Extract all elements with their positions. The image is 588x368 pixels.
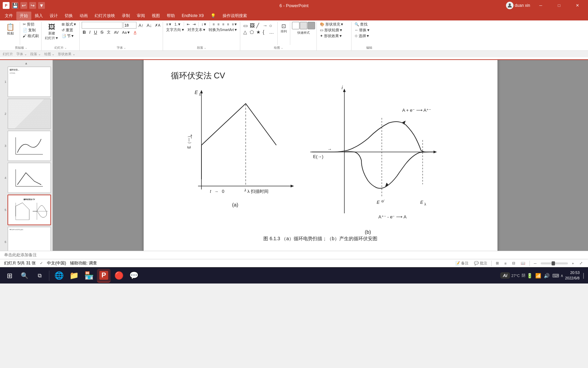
select-button[interactable]: ⊹ 选择▼ — [354, 33, 371, 39]
redo-btn[interactable]: ↪ — [29, 2, 36, 9]
minimize-button[interactable]: ─ — [533, 0, 549, 11]
notes-area[interactable]: 单击此处添加备注 — [0, 251, 588, 259]
scroll-up[interactable]: ▲ — [1, 61, 51, 65]
tray-expand-btn[interactable]: ∧ — [560, 273, 564, 278]
slide-thumb-3[interactable] — [7, 131, 51, 161]
section-button[interactable]: 📑 节▼ — [61, 33, 78, 39]
volume-icon[interactable]: 🔊 — [544, 273, 550, 278]
quick-styles-button[interactable]: 快速样式 — [292, 30, 315, 36]
shape-bracket[interactable]: { — [262, 29, 268, 35]
decrease-font-button[interactable]: A↓ — [146, 22, 153, 28]
style-1[interactable] — [292, 22, 299, 29]
network-icon[interactable]: 📶 — [535, 273, 541, 278]
increase-font-button[interactable]: A↑ — [137, 22, 145, 28]
zoom-handle[interactable] — [552, 261, 555, 265]
shape-oval[interactable]: ○ — [269, 22, 275, 29]
format-painter-button[interactable]: 🖌 格式刷 — [22, 33, 40, 39]
slide-thumb-4[interactable] — [7, 163, 51, 193]
strikethrough-button[interactable]: S — [99, 29, 104, 35]
explorer-button[interactable]: 📁 — [67, 269, 81, 282]
ai-button[interactable]: Ai — [500, 272, 510, 279]
font-name-input[interactable] — [82, 22, 122, 29]
app-chat-button[interactable]: 💬 — [127, 269, 141, 282]
increase-indent-button[interactable]: ⇥ — [192, 22, 197, 27]
menu-help[interactable]: 帮助 — [163, 12, 178, 20]
bullets-button[interactable]: ≡▼ — [165, 22, 173, 27]
search-taskbar-button[interactable]: 🔍 — [18, 269, 31, 282]
font-size-input[interactable] — [124, 22, 136, 29]
paste-button[interactable]: 📋 粘贴 — [3, 22, 18, 37]
shape-fill-button[interactable]: 🎨 形状填充▼ — [319, 22, 345, 27]
smartart-button[interactable]: 转换为SmartArt▼ — [208, 27, 239, 33]
align-justify-button[interactable]: ≡ — [226, 22, 230, 27]
menu-insert[interactable]: 插入 — [31, 12, 46, 20]
app-red-button[interactable]: 🔴 — [112, 269, 126, 282]
restore-button[interactable]: □ — [551, 0, 567, 11]
menu-view[interactable]: 视图 — [148, 12, 163, 20]
slide-thumb-1[interactable]: 循环伏安... 文字内容... — [7, 66, 51, 97]
slide-thumb-6[interactable]: FAC(πD₀σ)^(1/2) χ(σt) — [7, 227, 51, 251]
zoom-slider[interactable] — [541, 262, 568, 264]
italic-button[interactable]: I — [88, 29, 92, 35]
comments-button[interactable]: 💬 批注 — [473, 260, 489, 266]
style-2[interactable] — [300, 22, 307, 29]
menu-endnote[interactable]: EndNote X9 — [178, 12, 207, 19]
view-read-button[interactable]: 📖 — [519, 261, 527, 266]
store-button[interactable]: 🏪 — [82, 269, 96, 282]
edge-button[interactable]: 🌐 — [52, 269, 66, 282]
customize-btn[interactable]: ▼ — [38, 2, 45, 9]
shape-img[interactable]: 🖼 — [249, 22, 256, 29]
cut-button[interactable]: ✂ 剪切 — [22, 22, 40, 27]
shadow-button[interactable]: 文 — [106, 29, 112, 35]
menu-animations[interactable]: 动画 — [76, 12, 91, 20]
clear-format-button[interactable]: ✗A — [154, 23, 161, 28]
change-case-button[interactable]: Aa▼ — [121, 30, 131, 35]
shape-more[interactable]: … — [269, 29, 275, 35]
reset-button[interactable]: ↺ 重置 — [61, 28, 78, 33]
font-color-button[interactable]: A — [133, 30, 137, 35]
shape-pentagon[interactable]: ⬠ — [249, 29, 256, 35]
slide[interactable]: 循环伏安法 CV E λ 0 λ 扫描时间 t → — [144, 60, 497, 251]
numbering-button[interactable]: 1.▼ — [174, 22, 182, 27]
zoom-in-button[interactable]: + — [571, 261, 575, 266]
shape-star[interactable]: ★ — [256, 29, 262, 35]
notes-button[interactable]: 📝 备注 — [454, 260, 470, 266]
text-direction-button[interactable]: 文字方向▼ — [165, 27, 185, 33]
menu-slideshow[interactable]: 幻灯片放映 — [91, 12, 118, 20]
align-left-button[interactable]: ≡ — [212, 22, 216, 27]
style-3[interactable] — [308, 22, 315, 29]
user-button[interactable]: duan xin — [506, 2, 530, 9]
line-spacing-button[interactable]: ↕▼ — [200, 22, 208, 27]
underline-button[interactable]: U — [93, 29, 98, 35]
copy-button[interactable]: 📄 复制 — [22, 28, 40, 33]
clock[interactable]: 20:53 2022/6/8 — [565, 270, 579, 281]
fit-button[interactable]: ⤢ — [578, 261, 584, 266]
keyboard-icon[interactable]: ⌨ — [552, 273, 559, 278]
menu-search[interactable]: 操作说明搜索 — [219, 12, 250, 20]
menu-review[interactable]: 审阅 — [133, 12, 148, 20]
save-btn[interactable]: 💾 — [12, 2, 18, 9]
menu-home[interactable]: 开始 — [16, 12, 31, 20]
battery-icon[interactable]: 🔋 — [527, 273, 533, 278]
menu-record[interactable]: 录制 — [118, 12, 133, 20]
align-distribute-button[interactable]: ≡▼ — [231, 22, 239, 27]
char-spacing-button[interactable]: AV — [113, 30, 120, 35]
new-slide-button[interactable]: 🖼 新建 幻灯片▼ — [44, 22, 60, 42]
powerpoint-button[interactable]: P — [97, 269, 111, 282]
shape-tri[interactable]: △ — [243, 29, 249, 35]
layout-button[interactable]: ⊞ 版式▼ — [61, 22, 78, 27]
align-right-button[interactable]: ≡ — [221, 22, 225, 27]
view-slide-button[interactable]: ⊟ — [511, 261, 517, 266]
slide-thumb-5[interactable]: 循环伏安法 CV — [7, 195, 51, 225]
show-desktop-btn[interactable]: │ — [582, 273, 585, 278]
menu-file[interactable]: 文件 — [1, 12, 16, 20]
menu-transitions[interactable]: 切换 — [61, 12, 76, 20]
replace-button[interactable]: ↔ 替换▼ — [354, 28, 371, 33]
spelling-check-btn[interactable]: ✓ — [40, 261, 43, 265]
find-button[interactable]: 🔍 查找 — [354, 22, 371, 27]
menu-lightbulb[interactable]: 💡 — [207, 12, 219, 19]
arrange-button[interactable]: ⊡ 排列 — [279, 22, 288, 35]
shape-rect[interactable]: ▭ — [243, 22, 249, 29]
slide-thumb-2[interactable] — [7, 98, 51, 129]
shape-arrow[interactable]: → — [262, 22, 268, 29]
